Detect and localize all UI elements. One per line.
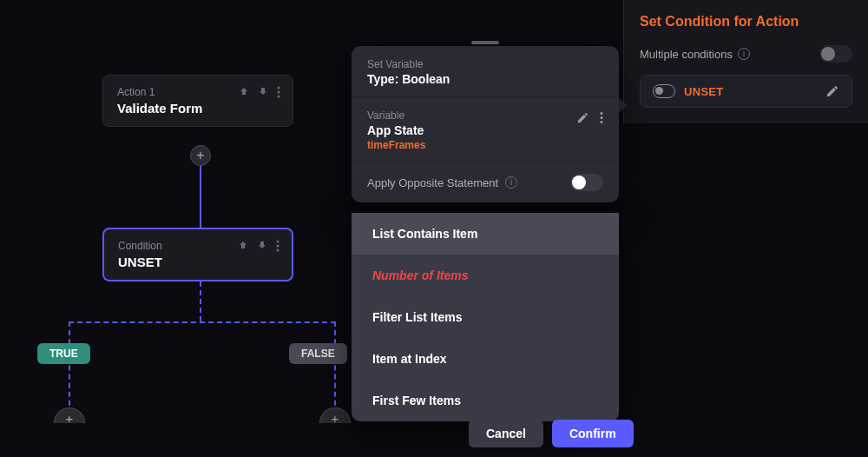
apply-opposite-label: Apply Opposite Statement <box>367 176 498 189</box>
arrow-up-icon[interactable] <box>239 86 249 96</box>
condition-card-title: UNSET <box>118 255 278 269</box>
edit-icon[interactable] <box>825 84 839 98</box>
toggle-icon <box>653 84 675 98</box>
set-variable-title: Type: Boolean <box>367 72 603 86</box>
branch-label-true: TRUE <box>37 343 90 364</box>
info-icon[interactable]: i <box>738 48 750 60</box>
condition-panel: Set Condition for Action Multiple condit… <box>623 0 868 123</box>
variable-title: App State <box>367 123 425 137</box>
add-step-button[interactable]: + <box>190 145 211 166</box>
confirm-button[interactable]: Confirm <box>552 420 634 447</box>
svg-point-0 <box>278 87 280 89</box>
edit-icon[interactable] <box>576 111 589 124</box>
variable-field: timeFrames <box>367 139 425 151</box>
svg-point-2 <box>278 96 280 98</box>
add-branch-button[interactable] <box>319 407 351 423</box>
info-icon[interactable]: i <box>505 176 517 189</box>
more-vertical-icon[interactable] <box>276 240 279 252</box>
dropdown-item[interactable]: Filter List Items <box>352 296 619 338</box>
svg-point-3 <box>277 241 279 243</box>
variable-label: Variable <box>367 109 425 122</box>
multiple-conditions-label: Multiple conditions <box>640 48 733 61</box>
add-branch-button[interactable] <box>54 407 85 423</box>
condition-chip[interactable]: UNSET <box>640 75 852 108</box>
popover-drag-handle[interactable] <box>471 41 499 44</box>
set-variable-popover: Set Variable Type: Boolean Variable App … <box>352 46 619 202</box>
branch-label-false: FALSE <box>289 343 347 364</box>
svg-point-7 <box>601 116 603 119</box>
condition-chip-value: UNSET <box>684 85 724 98</box>
condition-card[interactable]: Condition UNSET <box>102 228 293 281</box>
dropdown-item[interactable]: List Contains Item <box>352 213 619 255</box>
cancel-button[interactable]: Cancel <box>469 420 543 447</box>
svg-point-8 <box>601 121 603 123</box>
panel-title: Set Condition for Action <box>640 14 852 30</box>
dropdown-item[interactable]: First Few Items <box>352 380 619 421</box>
multiple-conditions-row: Multiple conditions i <box>640 45 852 63</box>
svg-point-6 <box>601 112 603 115</box>
arrow-down-icon[interactable] <box>258 86 268 96</box>
connector-dashed <box>200 281 201 321</box>
more-vertical-icon[interactable] <box>600 111 603 124</box>
connector-dashed <box>69 321 336 323</box>
action-card[interactable]: Action 1 Validate Form <box>102 75 293 127</box>
arrow-up-icon[interactable] <box>238 240 248 250</box>
multiple-conditions-toggle[interactable] <box>819 45 852 63</box>
more-vertical-icon[interactable] <box>277 86 280 98</box>
svg-point-5 <box>277 249 279 252</box>
action-card-title: Validate Form <box>117 101 279 116</box>
dropdown-item[interactable]: Number of Items <box>352 255 619 296</box>
arrow-down-icon[interactable] <box>257 240 267 250</box>
connector-line <box>200 166 201 228</box>
svg-point-1 <box>278 91 280 94</box>
svg-point-4 <box>277 245 279 248</box>
set-variable-label: Set Variable <box>367 58 603 70</box>
apply-opposite-toggle[interactable] <box>570 174 603 191</box>
dropdown-item[interactable]: Item at Index <box>352 338 619 380</box>
options-dropdown: List Contains Item Number of Items Filte… <box>352 213 619 421</box>
